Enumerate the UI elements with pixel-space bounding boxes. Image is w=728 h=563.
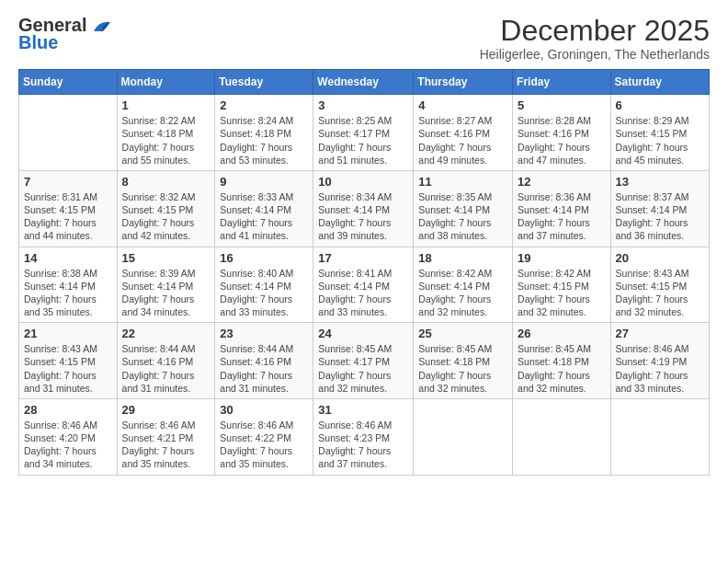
day-info: Sunrise: 8:29 AM Sunset: 4:15 PM Dayligh…: [616, 114, 704, 167]
calendar-cell: 24Sunrise: 8:45 AM Sunset: 4:17 PM Dayli…: [313, 323, 414, 399]
day-info: Sunrise: 8:45 AM Sunset: 4:18 PM Dayligh…: [418, 342, 507, 395]
day-number: 29: [122, 403, 210, 417]
column-header-wednesday: Wednesday: [313, 70, 414, 95]
column-header-thursday: Thursday: [414, 70, 513, 95]
day-info: Sunrise: 8:39 AM Sunset: 4:14 PM Dayligh…: [122, 267, 210, 319]
day-number: 17: [318, 251, 408, 265]
calendar-cell: [414, 398, 513, 475]
day-number: 31: [318, 403, 408, 417]
calendar-body: 1Sunrise: 8:22 AM Sunset: 4:18 PM Daylig…: [19, 95, 710, 475]
calendar-week-2: 7Sunrise: 8:31 AM Sunset: 4:15 PM Daylig…: [19, 170, 710, 247]
month-title: December 2025: [480, 15, 710, 47]
calendar-cell: 6Sunrise: 8:29 AM Sunset: 4:15 PM Daylig…: [610, 95, 709, 171]
calendar-cell: 28Sunrise: 8:46 AM Sunset: 4:20 PM Dayli…: [19, 398, 118, 475]
day-info: Sunrise: 8:36 AM Sunset: 4:14 PM Dayligh…: [518, 190, 606, 243]
day-info: Sunrise: 8:42 AM Sunset: 4:14 PM Dayligh…: [418, 267, 507, 319]
day-number: 7: [24, 175, 112, 189]
day-info: Sunrise: 8:27 AM Sunset: 4:16 PM Dayligh…: [418, 114, 507, 167]
calendar-cell: 14Sunrise: 8:38 AM Sunset: 4:14 PM Dayli…: [19, 247, 118, 323]
day-info: Sunrise: 8:22 AM Sunset: 4:18 PM Dayligh…: [122, 114, 210, 167]
day-info: Sunrise: 8:35 AM Sunset: 4:14 PM Dayligh…: [418, 190, 507, 243]
calendar-cell: 2Sunrise: 8:24 AM Sunset: 4:18 PM Daylig…: [215, 95, 313, 171]
day-info: Sunrise: 8:25 AM Sunset: 4:17 PM Dayligh…: [318, 114, 408, 167]
day-info: Sunrise: 8:45 AM Sunset: 4:18 PM Dayligh…: [518, 342, 606, 395]
calendar-week-4: 21Sunrise: 8:43 AM Sunset: 4:15 PM Dayli…: [19, 323, 710, 399]
day-number: 6: [616, 98, 704, 112]
calendar-cell: 31Sunrise: 8:46 AM Sunset: 4:23 PM Dayli…: [313, 398, 414, 475]
calendar-cell: 17Sunrise: 8:41 AM Sunset: 4:14 PM Dayli…: [313, 247, 414, 323]
day-info: Sunrise: 8:32 AM Sunset: 4:15 PM Dayligh…: [122, 190, 210, 243]
day-number: 1: [122, 98, 210, 112]
day-number: 2: [220, 98, 308, 112]
logo-bird-icon: [92, 18, 112, 33]
day-info: Sunrise: 8:28 AM Sunset: 4:16 PM Dayligh…: [518, 114, 606, 167]
column-header-tuesday: Tuesday: [215, 70, 313, 95]
column-header-monday: Monday: [117, 70, 215, 95]
day-info: Sunrise: 8:33 AM Sunset: 4:14 PM Dayligh…: [220, 190, 308, 243]
day-number: 26: [518, 327, 606, 340]
location-subtitle: Heiligerlee, Groningen, The Netherlands: [480, 47, 710, 62]
title-area: December 2025 Heiligerlee, Groningen, Th…: [480, 15, 710, 62]
calendar-cell: 10Sunrise: 8:34 AM Sunset: 4:14 PM Dayli…: [313, 170, 414, 247]
day-number: 27: [616, 327, 704, 340]
column-header-friday: Friday: [513, 70, 611, 95]
day-number: 16: [220, 251, 308, 265]
day-info: Sunrise: 8:44 AM Sunset: 4:16 PM Dayligh…: [122, 342, 210, 395]
calendar-cell: 23Sunrise: 8:44 AM Sunset: 4:16 PM Dayli…: [215, 323, 313, 399]
calendar-cell: 9Sunrise: 8:33 AM Sunset: 4:14 PM Daylig…: [215, 170, 313, 247]
calendar-cell: 12Sunrise: 8:36 AM Sunset: 4:14 PM Dayli…: [513, 170, 611, 247]
day-number: 19: [518, 251, 606, 265]
day-info: Sunrise: 8:24 AM Sunset: 4:18 PM Dayligh…: [220, 114, 308, 167]
calendar-cell: [513, 398, 611, 475]
day-number: 15: [122, 251, 210, 265]
calendar-cell: [19, 95, 118, 171]
day-number: 4: [418, 98, 507, 112]
calendar-cell: 29Sunrise: 8:46 AM Sunset: 4:21 PM Dayli…: [117, 398, 215, 475]
day-info: Sunrise: 8:41 AM Sunset: 4:14 PM Dayligh…: [318, 267, 408, 319]
day-number: 13: [616, 175, 704, 189]
day-number: 10: [318, 175, 408, 189]
column-header-sunday: Sunday: [19, 70, 118, 95]
calendar-week-1: 1Sunrise: 8:22 AM Sunset: 4:18 PM Daylig…: [19, 95, 710, 171]
calendar-cell: 27Sunrise: 8:46 AM Sunset: 4:19 PM Dayli…: [610, 323, 709, 399]
calendar-cell: 13Sunrise: 8:37 AM Sunset: 4:14 PM Dayli…: [610, 170, 709, 247]
calendar-cell: 26Sunrise: 8:45 AM Sunset: 4:18 PM Dayli…: [513, 323, 611, 399]
day-info: Sunrise: 8:43 AM Sunset: 4:15 PM Dayligh…: [616, 267, 704, 319]
day-info: Sunrise: 8:31 AM Sunset: 4:15 PM Dayligh…: [24, 190, 112, 243]
calendar-cell: 5Sunrise: 8:28 AM Sunset: 4:16 PM Daylig…: [513, 95, 611, 171]
calendar-cell: [610, 398, 709, 475]
calendar-cell: 11Sunrise: 8:35 AM Sunset: 4:14 PM Dayli…: [414, 170, 513, 247]
day-number: 8: [122, 175, 210, 189]
day-number: 24: [318, 327, 408, 340]
calendar-table: SundayMondayTuesdayWednesdayThursdayFrid…: [18, 69, 710, 475]
calendar-cell: 1Sunrise: 8:22 AM Sunset: 4:18 PM Daylig…: [117, 95, 215, 171]
day-info: Sunrise: 8:46 AM Sunset: 4:22 PM Dayligh…: [220, 419, 308, 471]
day-number: 3: [318, 98, 408, 112]
day-info: Sunrise: 8:38 AM Sunset: 4:14 PM Dayligh…: [24, 267, 112, 319]
day-number: 11: [418, 175, 507, 189]
day-number: 12: [518, 175, 606, 189]
day-number: 21: [24, 327, 112, 340]
day-number: 9: [220, 175, 308, 189]
column-header-saturday: Saturday: [610, 70, 709, 95]
calendar-cell: 7Sunrise: 8:31 AM Sunset: 4:15 PM Daylig…: [19, 170, 118, 247]
day-info: Sunrise: 8:37 AM Sunset: 4:14 PM Dayligh…: [616, 190, 704, 243]
calendar-cell: 8Sunrise: 8:32 AM Sunset: 4:15 PM Daylig…: [117, 170, 215, 247]
calendar-cell: 21Sunrise: 8:43 AM Sunset: 4:15 PM Dayli…: [19, 323, 118, 399]
logo-blue-text: Blue: [18, 32, 58, 53]
day-info: Sunrise: 8:46 AM Sunset: 4:23 PM Dayligh…: [318, 419, 408, 471]
calendar-cell: 16Sunrise: 8:40 AM Sunset: 4:14 PM Dayli…: [215, 247, 313, 323]
logo: General Blue: [18, 15, 112, 53]
day-info: Sunrise: 8:44 AM Sunset: 4:16 PM Dayligh…: [220, 342, 308, 395]
day-number: 20: [616, 251, 704, 265]
calendar-cell: 4Sunrise: 8:27 AM Sunset: 4:16 PM Daylig…: [414, 95, 513, 171]
calendar-cell: 20Sunrise: 8:43 AM Sunset: 4:15 PM Dayli…: [610, 247, 709, 323]
calendar-cell: 15Sunrise: 8:39 AM Sunset: 4:14 PM Dayli…: [117, 247, 215, 323]
day-info: Sunrise: 8:43 AM Sunset: 4:15 PM Dayligh…: [24, 342, 112, 395]
day-info: Sunrise: 8:34 AM Sunset: 4:14 PM Dayligh…: [318, 190, 408, 243]
day-info: Sunrise: 8:40 AM Sunset: 4:14 PM Dayligh…: [220, 267, 308, 319]
page-header: General Blue December 2025 Heiligerlee, …: [18, 15, 710, 62]
day-number: 28: [24, 403, 112, 417]
day-number: 22: [122, 327, 210, 340]
day-number: 30: [220, 403, 308, 417]
